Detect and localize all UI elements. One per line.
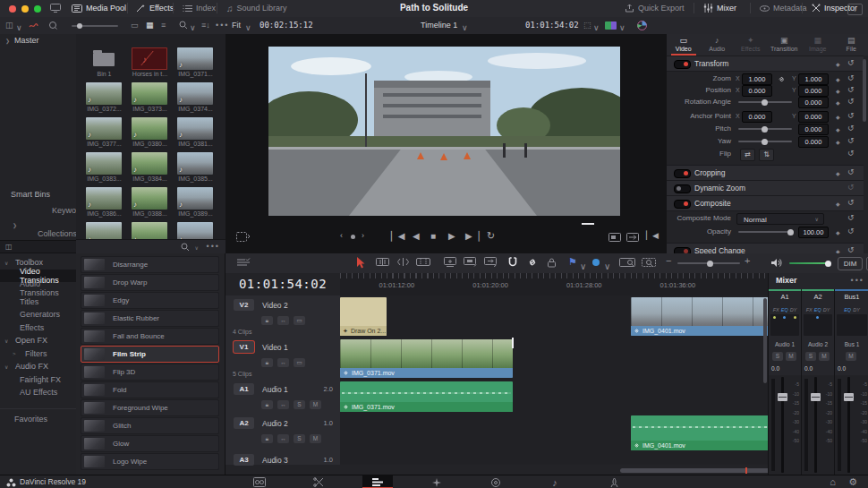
yaw-slider[interactable] (738, 141, 792, 142)
clip-thumbnail[interactable]: ♪ (132, 47, 167, 70)
media-clip-item[interactable]: ♪ (173, 220, 218, 239)
go-to-start-button[interactable]: ▏◀ (391, 232, 404, 241)
track-lock-icon[interactable]: 🔒︎ (261, 434, 273, 443)
keyframe-icon[interactable]: ◆ (836, 88, 840, 94)
dynamic-trim-mode-tool[interactable] (396, 257, 410, 267)
fader-handle[interactable] (844, 393, 854, 401)
track-header-a3[interactable]: A3 Audio 3 1.0 (226, 452, 341, 465)
media-clip-item[interactable]: ♪ IMG_0389... (173, 185, 218, 220)
monitor-volume-slider[interactable] (789, 262, 830, 264)
clip-thumbnail[interactable]: ♪ (132, 82, 167, 105)
cropping-enable-toggle[interactable] (674, 169, 691, 178)
effects-tree-item[interactable]: Effects (0, 321, 76, 335)
mute-button[interactable]: M (786, 352, 796, 361)
auto-select-icon[interactable]: ↔ (277, 400, 289, 409)
search-chevron[interactable]: ∨ (190, 23, 196, 33)
next-marker-button[interactable]: › (362, 232, 364, 240)
fader-handle[interactable] (778, 393, 787, 401)
track-lock-icon[interactable]: 🔒︎ (261, 358, 273, 367)
track-filmstrip-icon[interactable]: ▭ (294, 316, 305, 325)
reset-icon[interactable]: ↺ (847, 85, 855, 94)
zoom-in-button[interactable]: + (745, 255, 750, 267)
track-id-badge-destination[interactable]: V1 (234, 341, 254, 353)
footer-options-menu[interactable]: ••• (207, 242, 220, 251)
media-pool-toggle-button[interactable]: Media Pool (64, 0, 133, 16)
play-reverse-button[interactable]: ◀ (413, 232, 420, 241)
track-id-badge[interactable]: A3 (234, 454, 254, 466)
keyframe-icon[interactable]: ◆ (836, 229, 840, 235)
effects-tree-item[interactable]: Titles (0, 295, 76, 309)
timeline-horizontal-scrollbar[interactable] (340, 467, 768, 474)
tab-effects[interactable]: ✦Effects (734, 34, 768, 56)
presentation-icon[interactable] (50, 4, 61, 13)
reset-icon[interactable]: ↺ (847, 167, 855, 176)
video-frame[interactable] (268, 47, 620, 216)
keyframe-icon[interactable]: ◆ (836, 201, 840, 207)
viewer-overlay-select-icon[interactable] (236, 232, 251, 242)
page-edit[interactable] (362, 475, 393, 488)
transition-item[interactable]: Edgy (81, 292, 219, 309)
media-clip-item[interactable]: ♪ Horses in t... (127, 46, 173, 81)
replace-clip-button[interactable] (483, 257, 498, 268)
clip-thumbnail[interactable]: ♪ (132, 117, 167, 140)
clip-thumbnail[interactable]: ♪ (86, 117, 122, 140)
flag-button[interactable]: ⚑ (568, 256, 577, 268)
reset-icon[interactable]: ↺ (847, 73, 855, 82)
stop-button[interactable]: ■ (430, 232, 436, 241)
multicam-chevron[interactable]: ∨ (619, 23, 625, 33)
transition-item[interactable]: Logo Wipe (81, 453, 219, 470)
speed-change-section-header[interactable]: Speed Change ◆ ↺ (667, 243, 864, 253)
effects-tree-item[interactable]: AU Effects (0, 386, 76, 399)
reset-icon[interactable]: ↺ (847, 227, 855, 235)
workspace-layout-dropdown[interactable]: ∨ (847, 4, 863, 15)
track-header-a2[interactable]: A2 Audio 2 1.0 🔒︎ ↔ S M (226, 414, 341, 452)
mute-button[interactable]: M (310, 400, 321, 409)
transition-item[interactable]: Glow (81, 435, 219, 452)
reset-icon[interactable]: ↺ (847, 124, 855, 133)
loop-button[interactable]: ↻ (487, 231, 495, 241)
clip-img-0401-audio[interactable]: IMG_0401.mov (631, 415, 768, 450)
solo-button[interactable]: S (294, 434, 305, 443)
pan-control[interactable] (837, 314, 867, 336)
opacity-input[interactable]: 100.00 (798, 227, 829, 238)
track-header-a1[interactable]: A1 Audio 1 2.0 🔒︎ ↔ S M (226, 380, 341, 414)
clip-img-0371-audio[interactable]: IMG_0371.mov (340, 381, 513, 412)
effects-tree-item[interactable]: Audio FX (0, 360, 76, 373)
auto-select-icon[interactable]: ↔ (277, 358, 289, 367)
timeline-ruler[interactable]: 01:01:12:0001:01:20:0001:01:28:0001:01:3… (340, 273, 768, 296)
media-clip-item[interactable]: ♪ IMG_0377... (81, 116, 127, 150)
reset-icon[interactable]: ↺ (847, 149, 855, 158)
channel-fx-labels[interactable]: EQDY (835, 304, 868, 313)
audio-scrub-icon[interactable]: ▏◀ (646, 232, 659, 240)
search-icon[interactable] (181, 243, 190, 252)
transition-item[interactable]: Film Strip (81, 346, 219, 363)
flip-vertical-button[interactable]: ⇅ (759, 149, 774, 161)
rotation-slider[interactable] (738, 101, 792, 103)
marker-button[interactable] (592, 259, 600, 266)
anchor-y-input[interactable]: 0.000 (798, 111, 829, 123)
page-fairlight[interactable]: ♪ (540, 475, 570, 488)
clip-thumbnail[interactable]: ♪ (177, 222, 213, 239)
quick-export-button[interactable]: Quick Export (617, 0, 692, 16)
color-viewer-icon[interactable] (637, 21, 647, 30)
channel-fx-labels[interactable]: FXEQDY (802, 304, 834, 313)
clip-img-0371-video[interactable]: IMG_0371.mov (340, 339, 513, 378)
media-clip-item[interactable]: ♪ (127, 220, 173, 239)
media-clip-item[interactable]: ♪ IMG_0386... (81, 185, 127, 220)
track-header-v1[interactable]: V1 Video 1 🔒︎ ↔ ▭ 5 Clips (226, 338, 341, 380)
list-view-icon[interactable]: ≡ (161, 21, 166, 30)
dim-button[interactable]: DIM (838, 257, 863, 270)
project-settings-gear-icon[interactable]: ⚙ (848, 476, 857, 488)
clip-thumbnail[interactable]: ♪ (132, 187, 167, 210)
speed-change-enable-toggle[interactable] (674, 247, 691, 253)
clip-thumbnail[interactable]: ♪ (86, 222, 122, 239)
flip-horizontal-button[interactable]: ⇄ (740, 149, 755, 161)
marker-dot-icon[interactable] (351, 235, 355, 239)
viewer-zoom-chevron[interactable]: ∨ (245, 23, 251, 33)
keyframe-icon[interactable]: ◆ (836, 99, 840, 106)
mute-button[interactable]: M (310, 434, 321, 443)
effects-tree-item[interactable]: Favorites (0, 408, 76, 426)
keyframe-icon[interactable]: ◆ (836, 170, 840, 176)
reset-icon[interactable]: ↺ (847, 198, 855, 207)
transition-item[interactable]: Fold (81, 381, 219, 398)
